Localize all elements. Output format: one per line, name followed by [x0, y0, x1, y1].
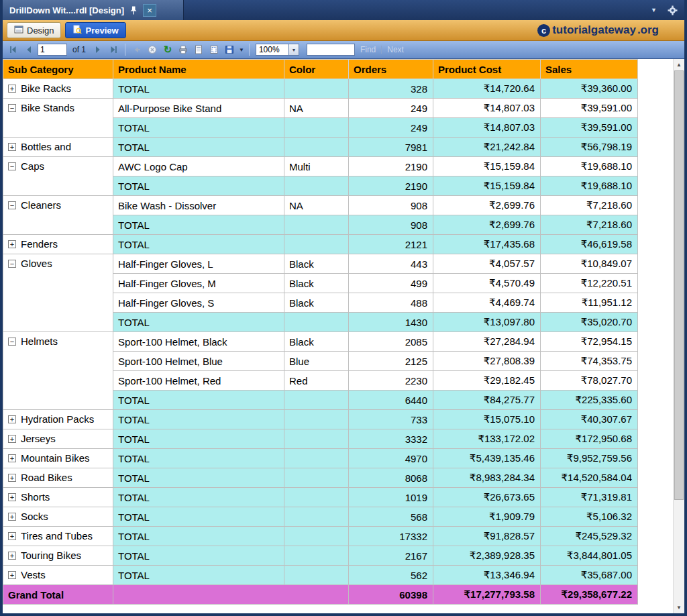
total-label-cell: TOTAL	[113, 566, 284, 585]
last-page-icon[interactable]	[107, 43, 120, 56]
find-button[interactable]: Find	[360, 45, 376, 54]
expand-icon[interactable]: +	[8, 474, 16, 482]
gear-icon[interactable]	[668, 5, 678, 15]
sales-cell: ₹35,020.70	[541, 313, 638, 332]
scrollbar-track[interactable]	[674, 500, 684, 602]
tab-preview-label: Preview	[85, 25, 118, 36]
orders-cell: 249	[349, 118, 433, 138]
expand-icon[interactable]: +	[8, 571, 16, 579]
orders-cell: 2230	[349, 371, 433, 391]
print-icon[interactable]	[176, 43, 190, 56]
copyright-icon: c	[537, 24, 550, 37]
zoom-dropdown[interactable]: 100% ▼	[256, 44, 299, 56]
vertical-scrollbar[interactable]: ▲ ▼	[673, 59, 684, 613]
total-label-cell: TOTAL	[113, 546, 284, 566]
report-viewer-toolbar: of 1 ↻	[3, 41, 684, 59]
subcategory-cell: −Gloves	[3, 254, 113, 332]
brand-name: tutorialgateway	[552, 23, 636, 37]
grand-total-spacer	[113, 585, 349, 605]
report-viewport: Sub CategoryProduct NameColorOrdersProdu…	[3, 59, 684, 613]
color-cell	[284, 488, 349, 507]
color-cell: Blue	[284, 352, 349, 371]
expand-icon[interactable]: +	[8, 415, 16, 423]
product-cost-cell: ₹133,172.02	[433, 429, 541, 449]
export-dropdown-icon[interactable]: ▼	[239, 47, 244, 53]
collapse-icon[interactable]: −	[8, 162, 16, 170]
first-page-icon[interactable]	[7, 43, 20, 56]
subcategory-cell: −Helmets	[3, 332, 113, 410]
orders-cell: 733	[349, 410, 433, 429]
stop-rendering-icon[interactable]	[146, 43, 159, 56]
page-number-input[interactable]	[38, 44, 67, 56]
zoom-dropdown-arrow-icon[interactable]: ▼	[289, 44, 299, 56]
page-setup-icon[interactable]	[207, 43, 221, 56]
expand-icon[interactable]: +	[8, 85, 16, 93]
sales-cell: ₹14,520,584.04	[541, 468, 638, 488]
collapse-icon[interactable]: −	[8, 201, 16, 209]
subcategory-label: Bike Stands	[21, 102, 74, 113]
expand-icon[interactable]: +	[8, 454, 16, 462]
total-label-cell: TOTAL	[113, 138, 284, 157]
previous-page-icon[interactable]	[22, 43, 36, 56]
sales-cell: ₹56,798.19	[541, 138, 638, 157]
scroll-up-icon[interactable]: ▲	[674, 59, 684, 70]
detail-row: −GlovesHalf-Finger Gloves, LBlack443₹4,0…	[3, 254, 638, 274]
report-canvas: Sub CategoryProduct NameColorOrdersProdu…	[3, 59, 673, 613]
scroll-down-icon[interactable]: ▼	[674, 602, 684, 613]
color-cell	[284, 118, 349, 138]
refresh-icon[interactable]: ↻	[161, 43, 174, 56]
product-cost-cell: ₹15,159.84	[433, 157, 541, 176]
subcategory-label: Hydration Packs	[21, 413, 94, 425]
next-page-icon[interactable]	[91, 43, 105, 56]
column-header-0: Sub Category	[3, 60, 113, 79]
expand-icon[interactable]: +	[8, 240, 16, 248]
collapse-icon[interactable]: −	[8, 338, 16, 346]
total-label-cell: TOTAL	[113, 215, 284, 235]
product-cost-cell: ₹27,284.94	[433, 332, 541, 352]
orders-cell: 908	[349, 215, 433, 235]
total-row: +Bike RacksTOTAL328₹14,720.64₹39,360.00	[3, 79, 638, 99]
expand-icon[interactable]: +	[8, 552, 16, 560]
orders-cell: 328	[349, 79, 433, 99]
detail-row: −Bike StandsAll-Purpose Bike StandNA249₹…	[3, 99, 638, 118]
total-label-cell: TOTAL	[113, 527, 284, 546]
product-name-cell: Half-Finger Gloves, L	[113, 254, 284, 274]
pin-icon[interactable]	[129, 5, 138, 15]
color-cell	[284, 138, 349, 157]
color-cell: Black	[284, 254, 349, 274]
product-cost-cell: ₹2,699.76	[433, 196, 541, 215]
scrollbar-thumb[interactable]	[674, 70, 684, 500]
sales-cell: ₹11,951.12	[541, 293, 638, 313]
tab-preview[interactable]: Preview	[65, 22, 125, 38]
total-row: +Tires and TubesTOTAL17332₹91,828.57₹245…	[3, 527, 638, 546]
tab-design[interactable]: Design	[7, 22, 61, 38]
collapse-icon[interactable]: −	[8, 104, 16, 112]
color-cell	[284, 235, 349, 254]
expand-icon[interactable]: +	[8, 493, 16, 501]
expand-icon[interactable]: +	[8, 143, 16, 151]
parent-report-icon[interactable]	[130, 43, 144, 56]
product-cost-cell: ₹91,828.57	[433, 527, 541, 546]
expand-icon[interactable]: +	[8, 513, 16, 521]
expand-icon[interactable]: +	[8, 435, 16, 443]
color-cell: Black	[284, 274, 349, 293]
print-layout-icon[interactable]	[192, 43, 205, 56]
orders-cell: 2121	[349, 235, 433, 254]
find-text-input[interactable]	[307, 44, 355, 56]
sales-cell: ₹39,360.00	[541, 79, 638, 99]
column-header-5: Sales	[541, 60, 638, 79]
total-row: +FendersTOTAL2121₹17,435.68₹46,619.58	[3, 235, 638, 254]
chevron-down-icon[interactable]: ▼	[651, 7, 657, 13]
color-cell	[284, 79, 349, 99]
close-icon[interactable]: ×	[143, 4, 156, 17]
color-cell	[284, 391, 349, 410]
expand-icon[interactable]: +	[8, 532, 16, 540]
find-next-button[interactable]: Next	[387, 45, 404, 54]
export-icon[interactable]	[223, 43, 236, 56]
orders-cell: 562	[349, 566, 433, 585]
sales-cell: ₹9,952,759.56	[541, 449, 638, 468]
sales-cell: ₹29,358,677.22	[541, 585, 638, 605]
subcategory-cell: +Touring Bikes	[3, 546, 113, 566]
document-tab[interactable]: DrillDown Wit....rdl [Design] ×	[3, 0, 184, 20]
collapse-icon[interactable]: −	[8, 260, 16, 268]
